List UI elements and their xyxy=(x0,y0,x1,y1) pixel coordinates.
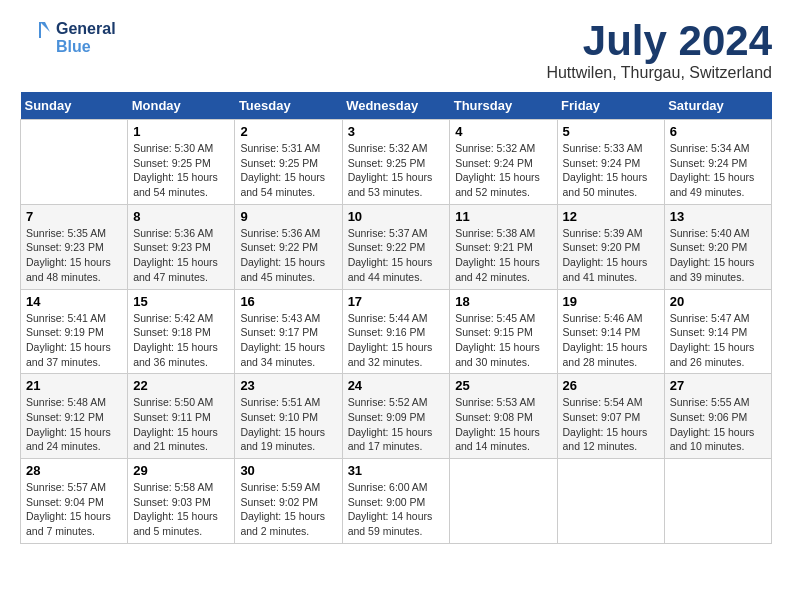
logo-line1: General xyxy=(56,20,116,38)
calendar-week-row: 1Sunrise: 5:30 AM Sunset: 9:25 PM Daylig… xyxy=(21,120,772,205)
location: Huttwilen, Thurgau, Switzerland xyxy=(546,64,772,82)
day-number: 6 xyxy=(670,124,766,139)
calendar-cell: 27Sunrise: 5:55 AM Sunset: 9:06 PM Dayli… xyxy=(664,374,771,459)
calendar-cell: 5Sunrise: 5:33 AM Sunset: 9:24 PM Daylig… xyxy=(557,120,664,205)
day-info: Sunrise: 5:57 AM Sunset: 9:04 PM Dayligh… xyxy=(26,480,122,539)
calendar-cell: 20Sunrise: 5:47 AM Sunset: 9:14 PM Dayli… xyxy=(664,289,771,374)
calendar-cell: 18Sunrise: 5:45 AM Sunset: 9:15 PM Dayli… xyxy=(450,289,557,374)
column-header-sunday: Sunday xyxy=(21,92,128,120)
day-number: 7 xyxy=(26,209,122,224)
calendar-cell: 23Sunrise: 5:51 AM Sunset: 9:10 PM Dayli… xyxy=(235,374,342,459)
calendar-cell xyxy=(664,459,771,544)
day-info: Sunrise: 5:41 AM Sunset: 9:19 PM Dayligh… xyxy=(26,311,122,370)
logo-container: General Blue xyxy=(20,20,116,56)
day-info: Sunrise: 5:43 AM Sunset: 9:17 PM Dayligh… xyxy=(240,311,336,370)
title-section: July 2024 Huttwilen, Thurgau, Switzerlan… xyxy=(546,20,772,82)
calendar-cell: 11Sunrise: 5:38 AM Sunset: 9:21 PM Dayli… xyxy=(450,204,557,289)
column-header-friday: Friday xyxy=(557,92,664,120)
day-number: 8 xyxy=(133,209,229,224)
logo-text: General Blue xyxy=(56,20,116,56)
day-number: 29 xyxy=(133,463,229,478)
column-header-thursday: Thursday xyxy=(450,92,557,120)
column-header-tuesday: Tuesday xyxy=(235,92,342,120)
column-header-monday: Monday xyxy=(128,92,235,120)
calendar-week-row: 21Sunrise: 5:48 AM Sunset: 9:12 PM Dayli… xyxy=(21,374,772,459)
calendar-cell xyxy=(557,459,664,544)
calendar-week-row: 14Sunrise: 5:41 AM Sunset: 9:19 PM Dayli… xyxy=(21,289,772,374)
calendar-week-row: 7Sunrise: 5:35 AM Sunset: 9:23 PM Daylig… xyxy=(21,204,772,289)
calendar-cell: 16Sunrise: 5:43 AM Sunset: 9:17 PM Dayli… xyxy=(235,289,342,374)
day-number: 23 xyxy=(240,378,336,393)
day-number: 11 xyxy=(455,209,551,224)
calendar-cell xyxy=(450,459,557,544)
calendar-cell: 28Sunrise: 5:57 AM Sunset: 9:04 PM Dayli… xyxy=(21,459,128,544)
svg-marker-0 xyxy=(40,22,50,32)
day-number: 24 xyxy=(348,378,445,393)
calendar-cell: 13Sunrise: 5:40 AM Sunset: 9:20 PM Dayli… xyxy=(664,204,771,289)
day-number: 31 xyxy=(348,463,445,478)
calendar-cell: 19Sunrise: 5:46 AM Sunset: 9:14 PM Dayli… xyxy=(557,289,664,374)
day-number: 22 xyxy=(133,378,229,393)
calendar-cell xyxy=(21,120,128,205)
day-number: 30 xyxy=(240,463,336,478)
day-info: Sunrise: 5:53 AM Sunset: 9:08 PM Dayligh… xyxy=(455,395,551,454)
day-info: Sunrise: 5:42 AM Sunset: 9:18 PM Dayligh… xyxy=(133,311,229,370)
day-number: 28 xyxy=(26,463,122,478)
calendar-cell: 10Sunrise: 5:37 AM Sunset: 9:22 PM Dayli… xyxy=(342,204,450,289)
calendar-cell: 21Sunrise: 5:48 AM Sunset: 9:12 PM Dayli… xyxy=(21,374,128,459)
calendar-cell: 9Sunrise: 5:36 AM Sunset: 9:22 PM Daylig… xyxy=(235,204,342,289)
day-info: Sunrise: 5:35 AM Sunset: 9:23 PM Dayligh… xyxy=(26,226,122,285)
day-number: 10 xyxy=(348,209,445,224)
month-title: July 2024 xyxy=(546,20,772,62)
calendar-cell: 31Sunrise: 6:00 AM Sunset: 9:00 PM Dayli… xyxy=(342,459,450,544)
day-info: Sunrise: 5:34 AM Sunset: 9:24 PM Dayligh… xyxy=(670,141,766,200)
day-number: 1 xyxy=(133,124,229,139)
calendar-cell: 17Sunrise: 5:44 AM Sunset: 9:16 PM Dayli… xyxy=(342,289,450,374)
logo-line2: Blue xyxy=(56,38,116,56)
day-info: Sunrise: 5:58 AM Sunset: 9:03 PM Dayligh… xyxy=(133,480,229,539)
day-number: 17 xyxy=(348,294,445,309)
calendar-week-row: 28Sunrise: 5:57 AM Sunset: 9:04 PM Dayli… xyxy=(21,459,772,544)
day-number: 2 xyxy=(240,124,336,139)
calendar-cell: 12Sunrise: 5:39 AM Sunset: 9:20 PM Dayli… xyxy=(557,204,664,289)
day-info: Sunrise: 5:52 AM Sunset: 9:09 PM Dayligh… xyxy=(348,395,445,454)
day-number: 25 xyxy=(455,378,551,393)
calendar-cell: 26Sunrise: 5:54 AM Sunset: 9:07 PM Dayli… xyxy=(557,374,664,459)
day-info: Sunrise: 5:36 AM Sunset: 9:22 PM Dayligh… xyxy=(240,226,336,285)
calendar-cell: 1Sunrise: 5:30 AM Sunset: 9:25 PM Daylig… xyxy=(128,120,235,205)
day-number: 14 xyxy=(26,294,122,309)
day-number: 19 xyxy=(563,294,659,309)
day-info: Sunrise: 5:55 AM Sunset: 9:06 PM Dayligh… xyxy=(670,395,766,454)
calendar-cell: 8Sunrise: 5:36 AM Sunset: 9:23 PM Daylig… xyxy=(128,204,235,289)
column-header-saturday: Saturday xyxy=(664,92,771,120)
day-info: Sunrise: 5:46 AM Sunset: 9:14 PM Dayligh… xyxy=(563,311,659,370)
day-info: Sunrise: 5:32 AM Sunset: 9:24 PM Dayligh… xyxy=(455,141,551,200)
day-info: Sunrise: 5:32 AM Sunset: 9:25 PM Dayligh… xyxy=(348,141,445,200)
day-info: Sunrise: 5:36 AM Sunset: 9:23 PM Dayligh… xyxy=(133,226,229,285)
logo: General Blue xyxy=(20,20,116,56)
day-info: Sunrise: 5:38 AM Sunset: 9:21 PM Dayligh… xyxy=(455,226,551,285)
day-info: Sunrise: 5:30 AM Sunset: 9:25 PM Dayligh… xyxy=(133,141,229,200)
calendar-header-row: SundayMondayTuesdayWednesdayThursdayFrid… xyxy=(21,92,772,120)
day-number: 3 xyxy=(348,124,445,139)
day-info: Sunrise: 5:50 AM Sunset: 9:11 PM Dayligh… xyxy=(133,395,229,454)
day-number: 16 xyxy=(240,294,336,309)
day-info: Sunrise: 5:45 AM Sunset: 9:15 PM Dayligh… xyxy=(455,311,551,370)
calendar-cell: 25Sunrise: 5:53 AM Sunset: 9:08 PM Dayli… xyxy=(450,374,557,459)
calendar-cell: 30Sunrise: 5:59 AM Sunset: 9:02 PM Dayli… xyxy=(235,459,342,544)
day-info: Sunrise: 5:39 AM Sunset: 9:20 PM Dayligh… xyxy=(563,226,659,285)
column-header-wednesday: Wednesday xyxy=(342,92,450,120)
day-info: Sunrise: 5:51 AM Sunset: 9:10 PM Dayligh… xyxy=(240,395,336,454)
day-number: 21 xyxy=(26,378,122,393)
day-info: Sunrise: 5:44 AM Sunset: 9:16 PM Dayligh… xyxy=(348,311,445,370)
day-number: 27 xyxy=(670,378,766,393)
day-number: 4 xyxy=(455,124,551,139)
calendar-cell: 4Sunrise: 5:32 AM Sunset: 9:24 PM Daylig… xyxy=(450,120,557,205)
day-info: Sunrise: 5:31 AM Sunset: 9:25 PM Dayligh… xyxy=(240,141,336,200)
calendar-cell: 3Sunrise: 5:32 AM Sunset: 9:25 PM Daylig… xyxy=(342,120,450,205)
day-number: 12 xyxy=(563,209,659,224)
calendar-cell: 24Sunrise: 5:52 AM Sunset: 9:09 PM Dayli… xyxy=(342,374,450,459)
calendar-cell: 22Sunrise: 5:50 AM Sunset: 9:11 PM Dayli… xyxy=(128,374,235,459)
day-info: Sunrise: 5:33 AM Sunset: 9:24 PM Dayligh… xyxy=(563,141,659,200)
day-info: Sunrise: 5:54 AM Sunset: 9:07 PM Dayligh… xyxy=(563,395,659,454)
